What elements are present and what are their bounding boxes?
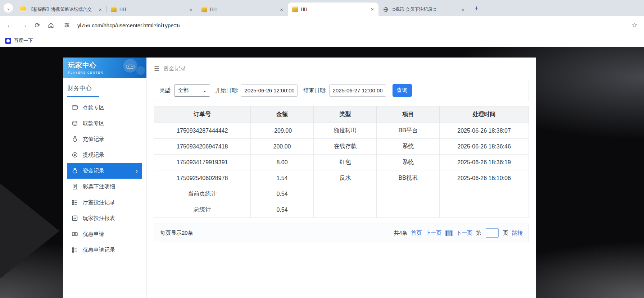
cell-time	[440, 186, 529, 202]
reload-button[interactable]: ⟳	[35, 21, 40, 29]
tab-favicon-globe-icon	[383, 6, 389, 12]
cell-project: 系统	[377, 155, 440, 170]
cell-project: 系统	[377, 139, 440, 155]
hamburger-icon[interactable]: ☰	[154, 65, 159, 73]
sidebar-menu: 存款专区 取款专区 充值记录	[63, 97, 146, 260]
baidu-favicon-icon	[5, 38, 11, 44]
tab-video-records[interactable]: :::视讯 会员下注纪录::: ×	[378, 3, 469, 16]
tab-label: HH	[210, 7, 276, 12]
site-info-icon[interactable]	[64, 22, 70, 28]
forward-button[interactable]: →	[21, 21, 27, 29]
tab-hh-2[interactable]: HH ×	[197, 3, 288, 16]
record-list-icon	[72, 247, 78, 253]
chevron-down-icon: ⌄	[203, 88, 207, 93]
sidebar-header: 玩家中心 PLAYERS CENTER	[63, 58, 146, 78]
jump-button[interactable]: 跳转	[512, 230, 523, 237]
cell-type: 红包	[314, 155, 377, 170]
cell-type	[314, 186, 377, 202]
new-tab-button[interactable]: +	[471, 3, 481, 13]
total-count-text: 共4条	[394, 230, 407, 237]
close-icon[interactable]: ×	[460, 6, 466, 13]
page-size-text: 每页显示20条	[160, 230, 193, 237]
tab-hh-1[interactable]: HH ×	[106, 3, 197, 16]
sidebar-item-bet-report[interactable]: 玩家投注报表	[67, 210, 142, 226]
cell-order: 1750934287444442	[154, 123, 251, 139]
sidebar-item-deposit[interactable]: 存款专区	[67, 100, 142, 115]
sidebar-item-promo-record[interactable]: 优惠申请记录	[67, 242, 142, 258]
tab-search-button[interactable]: ⌄	[4, 3, 13, 13]
table-row: 1750934206947418 200.00 在线存款 系统 2025-06-…	[154, 139, 529, 155]
ticket-icon	[72, 231, 78, 237]
column-header-type: 类型	[314, 106, 377, 123]
cell-type: 反水	[314, 170, 377, 186]
cell-project: BB视讯	[377, 170, 440, 186]
window-minimize-button[interactable]: —	[630, 4, 635, 9]
cell-order: 当前页统计	[154, 186, 251, 202]
table-row: 1750934179919391 8.00 红包 系统 2025-06-26 1…	[154, 155, 529, 170]
next-page-link[interactable]: 下一页	[456, 230, 472, 237]
tab-forum[interactable]: 【新提醒】海燕策略论坛综合交 ×	[16, 3, 106, 16]
type-select[interactable]: 全部 ⌄	[174, 84, 210, 97]
jump-prefix-label: 第	[476, 230, 481, 237]
content-header: ☰ 资金记录	[154, 58, 529, 80]
coin-icon	[72, 152, 78, 158]
type-select-value: 全部	[178, 87, 189, 94]
sidebar-item-label: 取款专区	[83, 120, 104, 127]
column-header-amount: 金额	[250, 106, 314, 123]
sidebar-item-promo-apply[interactable]: 优惠申请	[67, 226, 142, 242]
prev-page-link[interactable]: 上一页	[425, 230, 441, 237]
bookmark-star-icon[interactable]: ☆	[632, 21, 638, 29]
chevron-down-icon: ⌄	[6, 5, 10, 11]
document-icon	[72, 183, 78, 190]
search-button[interactable]: 查询	[393, 84, 412, 97]
sidebar-item-hall-bets[interactable]: 厅室投注记录	[67, 194, 142, 210]
page-title: 资金记录	[163, 65, 186, 73]
cell-project: BB平台	[377, 123, 440, 139]
close-icon[interactable]: ×	[279, 6, 284, 13]
sidebar-item-withdraw-record[interactable]: 提现记录	[67, 147, 142, 163]
close-icon[interactable]: ×	[369, 6, 375, 12]
close-icon[interactable]: ×	[188, 6, 194, 13]
current-page-indicator: [1]	[445, 230, 453, 236]
close-icon[interactable]: ×	[97, 6, 103, 13]
sidebar-item-recharge-record[interactable]: 充值记录	[67, 131, 142, 147]
tab-favicon-gold-icon	[201, 6, 207, 12]
player-center-panel: 玩家中心 PLAYERS CENTER 财务中心	[63, 58, 536, 298]
sidebar-item-label: 优惠申请	[83, 231, 104, 238]
gamepad-icon	[126, 63, 135, 71]
type-label: 类型:	[159, 87, 172, 94]
sidebar-item-withdraw[interactable]: 取款专区	[67, 115, 142, 131]
end-date-label: 结束日期:	[303, 87, 326, 94]
back-button[interactable]: ←	[6, 21, 13, 29]
bookmarks-bar: 百度一下	[0, 35, 644, 47]
decorative-triangle	[0, 183, 59, 279]
cell-type	[314, 202, 377, 218]
cell-order: 1750934206947418	[154, 139, 251, 155]
bookmark-baidu[interactable]: 百度一下	[14, 37, 33, 44]
sidebar-item-label: 提现记录	[83, 152, 104, 159]
table-header-row: 订单号 金额 类型 项目 处理时间	[154, 106, 529, 123]
tab-label: 【新提醒】海燕策略论坛综合交	[29, 6, 95, 13]
browser-toolbar: ← → ⟳ yl756.com/hhcp/usercenter.html?ini…	[0, 16, 644, 35]
home-button[interactable]	[47, 22, 54, 29]
cell-amount: 0.54	[250, 202, 314, 218]
sidebar-item-funds-record[interactable]: 资金记录 ›	[67, 163, 142, 179]
tab-favicon-doc-icon	[20, 6, 26, 12]
cell-project	[377, 186, 440, 202]
pagination-controls: 共4条 首页 上一页 [1] 下一页 第 页 跳转	[394, 228, 523, 238]
cell-amount: -209.00	[250, 123, 314, 139]
start-date-input[interactable]	[241, 84, 298, 97]
funds-bag-icon	[72, 168, 78, 174]
page-jump-input[interactable]	[486, 228, 499, 238]
end-date-input[interactable]	[329, 84, 386, 97]
start-date-label: 开始日期:	[215, 87, 238, 94]
coins-icon	[72, 120, 78, 127]
cell-type: 在线存款	[314, 139, 377, 155]
sidebar-item-lottery-bets[interactable]: 彩票下注明细	[67, 179, 142, 194]
first-page-link[interactable]: 首页	[411, 230, 422, 237]
cell-time: 2025-06-26 18:38:07	[440, 123, 529, 139]
address-bar[interactable]: yl756.com/hhcp/usercenter.html?iniType=6	[77, 22, 625, 28]
tab-hh-active[interactable]: HH ×	[288, 3, 378, 16]
list-icon	[72, 199, 78, 206]
cell-time: 2025-06-26 18:36:19	[440, 155, 529, 170]
